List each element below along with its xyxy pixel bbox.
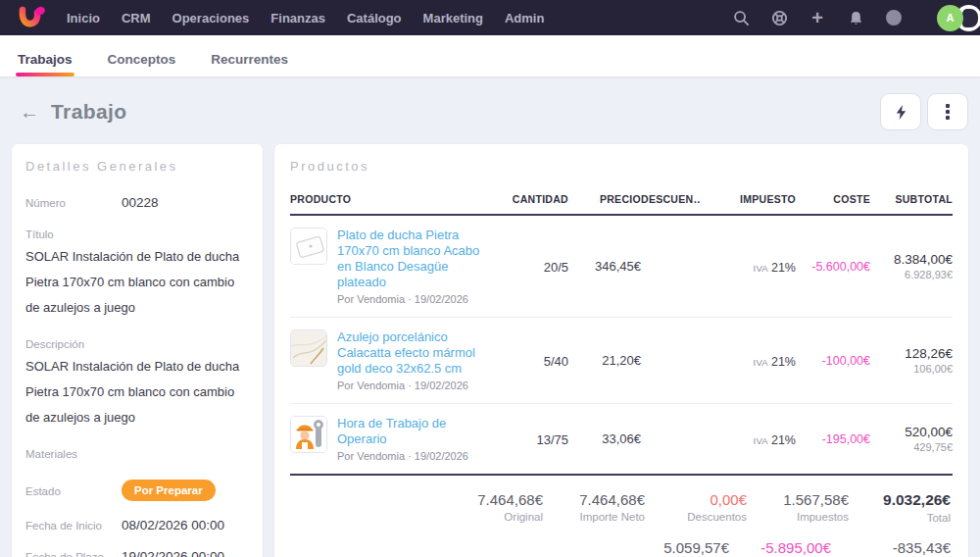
product-row: Plato de ducha Pietra 170x70 cm blanco A… <box>290 216 953 318</box>
product-thumbnail-tile <box>290 329 327 367</box>
price-value: 346,45€ <box>568 259 641 274</box>
tax-rate: 21% <box>771 355 796 369</box>
tax-prefix: IVA <box>753 435 768 446</box>
field-label: Materiales <box>25 446 249 460</box>
estado-badge[interactable]: Por Preparar <box>122 480 216 501</box>
field-value: SOLAR Instalación de Plato de ducha Piet… <box>25 354 249 430</box>
tax-rate: 21% <box>771 433 796 447</box>
page-header: ← Trabajo <box>0 77 980 144</box>
field-titulo: Título SOLAR Instalación de Plato de duc… <box>25 227 249 321</box>
navbar-actions: + A <box>732 3 980 32</box>
menu-operaciones[interactable]: Operaciones <box>172 11 250 25</box>
lightning-icon <box>894 104 908 121</box>
subtotal-net: 6.928,93€ <box>870 269 953 280</box>
product-link[interactable]: Hora de Trabajo de Operario <box>337 416 484 447</box>
page-actions <box>880 93 968 130</box>
tax-prefix: IVA <box>753 357 768 368</box>
total-descuentos: 0,00€ <box>670 491 747 508</box>
menu-marketing[interactable]: Marketing <box>423 11 483 25</box>
notifications-bell-icon[interactable] <box>847 9 864 26</box>
back-arrow-icon[interactable]: ← <box>20 102 39 122</box>
tax-value: IVA21% <box>700 430 796 448</box>
tab-trabajos[interactable]: Trabajos <box>16 40 74 76</box>
product-thumbnail-worker <box>290 416 327 453</box>
field-fecha-inicio: Fecha de Inicio 08/02/2026 00:00 <box>25 518 249 532</box>
col-precio: PRECIO <box>568 193 641 205</box>
total-presupuestado: 5.059,57€ <box>631 539 729 556</box>
subnav-tabs: Trabajos Conceptos Recurrentes <box>0 35 980 77</box>
cost-value: -100,00€ <box>796 354 870 368</box>
product-meta: Por Vendomia · 19/02/2026 <box>337 450 484 462</box>
main-menu: Inicio CRM Operaciones Finanzas Catálogo… <box>67 11 544 25</box>
product-meta: Por Vendomia · 19/02/2026 <box>337 380 484 391</box>
product-row: Azulejo porcelánico Calacatta efecto már… <box>290 318 953 404</box>
quantity-value: 20/5 <box>544 260 568 275</box>
total-label: Importe Neto <box>568 511 645 523</box>
tab-conceptos[interactable]: Conceptos <box>106 40 178 76</box>
menu-inicio[interactable]: Inicio <box>67 11 100 25</box>
field-label: Estado <box>25 480 122 497</box>
tax-value: IVA21% <box>700 258 796 276</box>
subtotal-net: 106,00€ <box>870 363 953 375</box>
total-label: Impuestos <box>772 511 849 523</box>
page-title: Trabajo <box>51 100 127 124</box>
field-value: 19/02/2026 00:00 <box>122 549 224 557</box>
subtotal-value: 520,00€ <box>870 425 953 439</box>
total-costes: -5.895,00€ <box>755 539 831 556</box>
main-content: Detalles Generales Número 00228 Título S… <box>0 144 980 557</box>
kebab-menu-icon <box>946 104 950 120</box>
field-materiales: Materiales <box>25 446 249 460</box>
product-link[interactable]: Plato de ducha Pietra 170x70 cm blanco A… <box>337 228 484 290</box>
field-label: Fecha de Inicio <box>25 518 122 532</box>
totals-row-1: 7.464,68€Original 7.464,68€Importe Neto … <box>292 491 951 524</box>
field-label: Número <box>25 195 122 209</box>
menu-crm[interactable]: CRM <box>122 11 151 25</box>
products-section-title: Productos <box>290 159 953 174</box>
user-avatar[interactable]: A <box>937 5 963 31</box>
col-subtotal: SUBTOTAL <box>870 193 953 205</box>
col-descuento: DESCUEN… <box>641 193 700 205</box>
add-icon[interactable]: + <box>808 9 826 26</box>
menu-admin[interactable]: Admin <box>505 11 544 25</box>
vendomia-logo-icon[interactable] <box>10 3 53 32</box>
price-value: 21,20€ <box>568 353 641 368</box>
total-total: 9.032,26€ <box>874 491 951 509</box>
field-descripcion: Descripción SOLAR Instalación de Plato d… <box>25 336 249 430</box>
avatar-group: A <box>923 3 980 32</box>
search-icon[interactable] <box>732 9 750 26</box>
price-value: 33,06€ <box>568 431 641 446</box>
field-numero: Número 00228 <box>25 195 249 210</box>
field-value: SOLAR Instalación de Plato de ducha Piet… <box>25 244 249 321</box>
quantity-value: 5/40 <box>544 354 568 369</box>
cost-value: -5.600,00€ <box>796 260 870 274</box>
product-link[interactable]: Azulejo porcelánico Calacatta efecto már… <box>337 329 484 377</box>
total-label: Descuentos <box>670 511 747 523</box>
products-table-header: PRODUCTO CANTIDAD PRECIO DESCUEN… IMPUES… <box>290 193 953 216</box>
status-circle-icon[interactable] <box>885 9 903 26</box>
menu-finanzas[interactable]: Finanzas <box>270 11 325 25</box>
field-label: Título <box>25 227 249 240</box>
cost-value: -195,00€ <box>796 432 870 446</box>
details-panel: Detalles Generales Número 00228 Título S… <box>12 144 263 557</box>
total-label: Original <box>466 511 543 523</box>
field-value: 00228 <box>122 195 159 210</box>
col-impuesto: IMPUESTO <box>700 193 796 205</box>
tab-recurrentes[interactable]: Recurrentes <box>209 40 290 76</box>
top-navbar: Inicio CRM Operaciones Finanzas Catálogo… <box>0 0 980 35</box>
tax-rate: 21% <box>771 261 796 275</box>
quick-actions-button[interactable] <box>880 93 921 130</box>
col-producto: PRODUCTO <box>290 193 484 205</box>
total-beneficio: -835,43€ <box>857 539 951 556</box>
total-importe-neto: 7.464,68€ <box>568 491 645 508</box>
products-panel: Productos PRODUCTO CANTIDAD PRECIO DESCU… <box>274 144 968 557</box>
total-impuestos: 1.567,58€ <box>772 491 849 508</box>
help-buoy-icon[interactable] <box>770 9 788 26</box>
col-cantidad: CANTIDAD <box>484 193 568 205</box>
field-label: Fecha de Plazo <box>25 549 122 557</box>
more-options-button[interactable] <box>927 93 968 130</box>
product-row: Hora de Trabajo de Operario Por Vendomia… <box>290 404 953 476</box>
menu-catalogo[interactable]: Catálogo <box>347 11 402 25</box>
product-meta: Por Vendomia · 19/02/2026 <box>337 293 484 305</box>
field-label: Descripción <box>25 336 249 350</box>
subtotal-net: 429,75€ <box>870 441 953 453</box>
